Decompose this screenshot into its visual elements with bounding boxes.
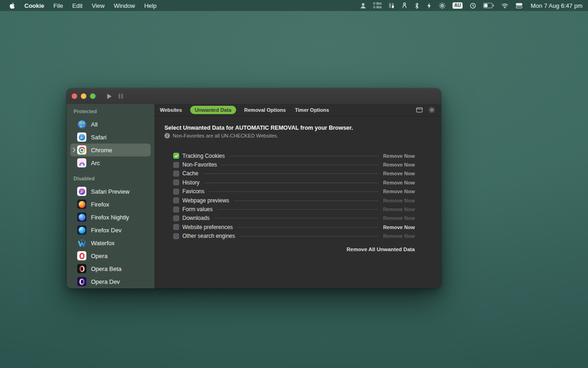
tab-timer-options[interactable]: Timer Options (294, 106, 330, 114)
unwanted-data-list: Tracking Cookies Remove Now Non-Favorite… (173, 151, 415, 253)
apple-logo-icon[interactable] (9, 2, 15, 9)
leader-line (234, 201, 379, 201)
browser-sidebar: Protected All (67, 104, 154, 288)
sidebar-item-label: Firefox Dev (91, 227, 121, 234)
row-label: Website preferences (182, 224, 233, 230)
sidebar-item-label: Safari (91, 134, 107, 141)
tab-unwanted-data[interactable]: Unwanted Data (190, 106, 236, 114)
remove-now-button[interactable]: Remove Now (383, 189, 415, 194)
remove-now-button[interactable]: Remove Now (383, 180, 415, 185)
opera-icon (77, 251, 86, 260)
leader-line (209, 191, 379, 192)
row-label: Cache (182, 170, 198, 177)
leader-line (204, 183, 379, 183)
sidebar-item-safari[interactable]: Safari (70, 131, 151, 144)
remove-all-unwanted-data-button[interactable]: Remove All Unwanted Data (347, 247, 415, 252)
wifi-icon[interactable] (501, 3, 509, 9)
row-label: Webpage previews (182, 197, 229, 204)
sidebar-item-label: Safari Preview (91, 188, 130, 195)
lightning-icon[interactable] (426, 2, 432, 9)
row-label: Downloads (182, 215, 209, 221)
row-label: Tracking Cookies (182, 153, 225, 159)
menu-view[interactable]: View (87, 2, 109, 9)
row-label: Other search engines (182, 233, 235, 239)
checkbox-favicons[interactable] (173, 189, 179, 195)
monkey-icon[interactable] (401, 2, 407, 9)
menu-file[interactable]: File (49, 2, 68, 9)
menu-window[interactable]: Window (109, 2, 140, 9)
leader-line (229, 156, 379, 156)
opera-beta-icon (77, 264, 86, 273)
checkbox-other-search-engines[interactable] (173, 233, 179, 239)
sidebar-item-all[interactable]: All (70, 118, 151, 131)
data-row-non-favorites: Non-Favorites Remove Now (173, 160, 415, 169)
sidebar-item-safari-preview[interactable]: Safari Preview (70, 185, 151, 198)
checkbox-history[interactable] (173, 179, 179, 185)
data-row-downloads: Downloads Remove Now (173, 214, 415, 223)
row-label: Favicons (182, 188, 204, 195)
checkbox-non-favorites[interactable] (173, 162, 179, 168)
sidebar-item-label: Chrome (91, 147, 112, 154)
main-content: Websites Unwanted Data Removal Options T… (154, 104, 441, 288)
displays-icon[interactable] (515, 3, 523, 9)
sidebar-item-firefox-nightly[interactable]: Firefox Nightly (70, 211, 151, 224)
window-panel-icon[interactable] (416, 107, 423, 113)
tab-removal-options[interactable]: Removal Options (243, 106, 287, 114)
gear-menubar-icon[interactable] (439, 2, 446, 9)
cookie-app-window: Protected All (67, 88, 441, 288)
remove-now-button[interactable]: Remove Now (383, 224, 415, 230)
user-icon[interactable] (360, 2, 367, 9)
row-label: Non-Favorites (182, 161, 217, 168)
checkbox-form-values[interactable] (173, 207, 179, 213)
sidebar-item-arc[interactable]: Arc (70, 156, 151, 169)
close-button[interactable] (72, 93, 77, 99)
menu-help[interactable]: Help (140, 2, 161, 9)
sidebar-item-label: Firefox Nightly (91, 214, 129, 221)
remove-now-button[interactable]: Remove Now (383, 153, 415, 159)
remove-now-button[interactable]: Remove Now (383, 162, 415, 167)
system-monitor-icon[interactable] (389, 2, 395, 9)
network-speed[interactable]: 0 B/s 0 B/s (373, 2, 382, 10)
chevron-right-icon (73, 148, 76, 153)
sidebar-item-opera-dev[interactable]: Opera Dev (70, 275, 151, 288)
checkbox-tracking-cookies[interactable] (173, 153, 179, 159)
leader-line (203, 173, 379, 174)
remove-now-button[interactable]: Remove Now (383, 171, 415, 176)
zoom-button[interactable] (90, 93, 96, 99)
sidebar-item-opera[interactable]: Opera (70, 249, 151, 262)
sidebar-item-opera-beta[interactable]: Opera Beta (70, 262, 151, 275)
menu-clock[interactable]: Mon 7 Aug 6:47 pm (531, 2, 582, 9)
sidebar-item-waterfox[interactable]: Waterfox (70, 236, 151, 249)
minimize-button[interactable] (81, 93, 86, 99)
remove-now-button: Remove Now (383, 215, 415, 221)
checkbox-webpage-previews[interactable] (173, 197, 179, 203)
sidebar-item-chrome[interactable]: Chrome (70, 144, 151, 156)
sidebar-item-firefox-dev[interactable]: Firefox Dev (70, 224, 151, 236)
input-source-badge[interactable]: AU (452, 2, 463, 9)
menu-app-name[interactable]: Cookie (20, 2, 49, 9)
tab-websites[interactable]: Websites (159, 106, 183, 114)
bluetooth-icon[interactable] (414, 2, 419, 9)
battery-icon[interactable] (483, 3, 494, 8)
arc-icon (77, 158, 86, 167)
info-icon: i (164, 133, 170, 138)
chrome-icon (77, 145, 86, 155)
data-row-webpage-previews: Webpage previews Remove Now (173, 196, 415, 205)
data-row-cache: Cache Remove Now (173, 169, 415, 178)
data-row-history: History Remove Now (173, 178, 415, 187)
menu-edit[interactable]: Edit (68, 2, 87, 9)
settings-gear-icon[interactable] (429, 107, 435, 113)
window-title-bar[interactable] (67, 88, 441, 104)
download-speed: 0 B/s (373, 6, 382, 10)
firefox-dev-icon (77, 225, 86, 235)
leader-line (217, 209, 379, 210)
checkbox-cache[interactable] (173, 171, 179, 177)
opera-dev-icon (77, 277, 86, 286)
remove-now-button: Remove Now (383, 198, 415, 203)
checkbox-website-preferences[interactable] (173, 224, 179, 230)
sidebar-item-firefox[interactable]: Firefox (70, 198, 151, 211)
checkbox-downloads[interactable] (173, 215, 179, 221)
pause-button[interactable] (119, 93, 123, 99)
play-button[interactable] (107, 93, 112, 99)
time-machine-icon[interactable] (469, 2, 476, 9)
